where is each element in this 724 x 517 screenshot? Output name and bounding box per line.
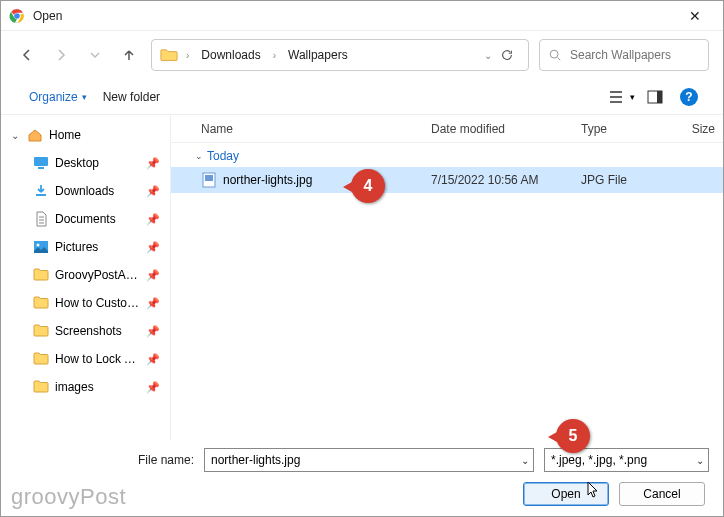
filename-input[interactable] [205, 453, 533, 467]
cancel-button[interactable]: Cancel [619, 482, 705, 506]
desktop-icon [33, 155, 49, 171]
sidebar-item-howtocust[interactable]: How to Customize 📌 [1, 289, 170, 317]
breadcrumb-downloads[interactable]: Downloads [197, 46, 264, 64]
back-button[interactable] [15, 43, 39, 67]
open-dialog: Open ✕ › Downloads › Wallpapers ⌄ Organi… [0, 0, 724, 517]
sidebar-item-documents[interactable]: Documents 📌 [1, 205, 170, 233]
image-file-icon [201, 172, 217, 188]
sidebar-item-pictures[interactable]: Pictures 📌 [1, 233, 170, 261]
chrome-icon [9, 8, 25, 24]
folder-icon [33, 295, 49, 311]
file-row[interactable]: norther-lights.jpg 7/15/2022 10:56 AM JP… [171, 167, 723, 193]
folder-icon [33, 351, 49, 367]
recent-dropdown[interactable] [83, 43, 107, 67]
callout-4: 4 [351, 169, 385, 203]
sidebar-home[interactable]: ⌄ Home [1, 121, 170, 149]
view-list-button[interactable]: ▾ [607, 85, 635, 109]
downloads-icon [33, 183, 49, 199]
pin-icon: 📌 [146, 213, 160, 226]
chevron-down-icon: ▾ [82, 92, 87, 102]
file-date: 7/15/2022 10:56 AM [431, 173, 581, 187]
pin-icon: 📌 [146, 241, 160, 254]
close-button[interactable]: ✕ [675, 8, 715, 24]
chevron-right-icon: › [273, 50, 276, 61]
search-box[interactable] [539, 39, 709, 71]
chevron-down-icon[interactable]: ⌄ [696, 455, 704, 466]
col-name[interactable]: Name [171, 122, 431, 136]
sidebar: ⌄ Home Desktop 📌 Downloads 📌 Documents 📌 [1, 115, 171, 440]
footer: File name: ⌄ *.jpeg, *.jpg, *.png ⌄ Open… [1, 440, 723, 516]
callout-5: 5 [556, 419, 590, 453]
pin-icon: 📌 [146, 325, 160, 338]
breadcrumb-wallpapers[interactable]: Wallpapers [284, 46, 352, 64]
sidebar-item-groovypost[interactable]: GroovyPostArticles 📌 [1, 261, 170, 289]
chevron-down-icon[interactable]: ⌄ [521, 455, 529, 466]
file-group-today[interactable]: ⌄ Today [171, 143, 723, 167]
folder-icon [33, 379, 49, 395]
folder-icon [33, 323, 49, 339]
column-headers: Name Date modified Type Size [171, 115, 723, 143]
chevron-down-icon: ⌄ [11, 130, 21, 141]
col-size[interactable]: Size [661, 122, 723, 136]
pin-icon: 📌 [146, 353, 160, 366]
svg-rect-5 [34, 157, 48, 166]
documents-icon [33, 211, 49, 227]
organize-button[interactable]: Organize▾ [21, 86, 95, 108]
filename-label: File name: [138, 453, 194, 467]
toolbar: Organize▾ New folder ▾ ? [1, 79, 723, 115]
pin-icon: 📌 [146, 185, 160, 198]
col-type[interactable]: Type [581, 122, 661, 136]
window-title: Open [33, 9, 675, 23]
sidebar-item-images[interactable]: images 📌 [1, 373, 170, 401]
new-folder-button[interactable]: New folder [95, 86, 168, 108]
chevron-down-icon[interactable]: ⌄ [484, 50, 492, 61]
file-type: JPG File [581, 173, 661, 187]
chevron-right-icon: › [186, 50, 189, 61]
chevron-down-icon: ⌄ [195, 151, 203, 161]
sidebar-item-desktop[interactable]: Desktop 📌 [1, 149, 170, 177]
pin-icon: 📌 [146, 157, 160, 170]
titlebar: Open ✕ [1, 1, 723, 31]
search-input[interactable] [568, 47, 700, 63]
filename-combobox[interactable]: ⌄ [204, 448, 534, 472]
svg-rect-6 [38, 167, 44, 169]
up-button[interactable] [117, 43, 141, 67]
svg-rect-4 [657, 91, 662, 103]
pictures-icon [33, 239, 49, 255]
pin-icon: 📌 [146, 381, 160, 394]
sidebar-item-howtolock[interactable]: How to Lock Apps 📌 [1, 345, 170, 373]
svg-point-8 [37, 244, 40, 247]
search-icon [548, 48, 562, 62]
refresh-button[interactable] [500, 48, 520, 62]
empty-file-area[interactable] [171, 193, 723, 440]
nav-row: › Downloads › Wallpapers ⌄ [1, 31, 723, 79]
breadcrumb[interactable]: › Downloads › Wallpapers ⌄ [151, 39, 529, 71]
help-button[interactable]: ? [675, 85, 703, 109]
folder-icon [160, 48, 178, 62]
pin-icon: 📌 [146, 269, 160, 282]
sidebar-item-downloads[interactable]: Downloads 📌 [1, 177, 170, 205]
forward-button[interactable] [49, 43, 73, 67]
file-panel: Name Date modified Type Size ⌄ Today nor… [171, 115, 723, 440]
folder-icon [33, 267, 49, 283]
col-date[interactable]: Date modified [431, 122, 581, 136]
home-icon [27, 127, 43, 143]
svg-point-2 [550, 50, 558, 58]
open-button[interactable]: Open [523, 482, 609, 506]
file-name: norther-lights.jpg [223, 173, 312, 187]
preview-pane-button[interactable] [641, 85, 669, 109]
svg-rect-10 [205, 175, 213, 181]
pin-icon: 📌 [146, 297, 160, 310]
sidebar-item-screenshots[interactable]: Screenshots 📌 [1, 317, 170, 345]
svg-point-1 [14, 13, 20, 19]
body: ⌄ Home Desktop 📌 Downloads 📌 Documents 📌 [1, 115, 723, 440]
